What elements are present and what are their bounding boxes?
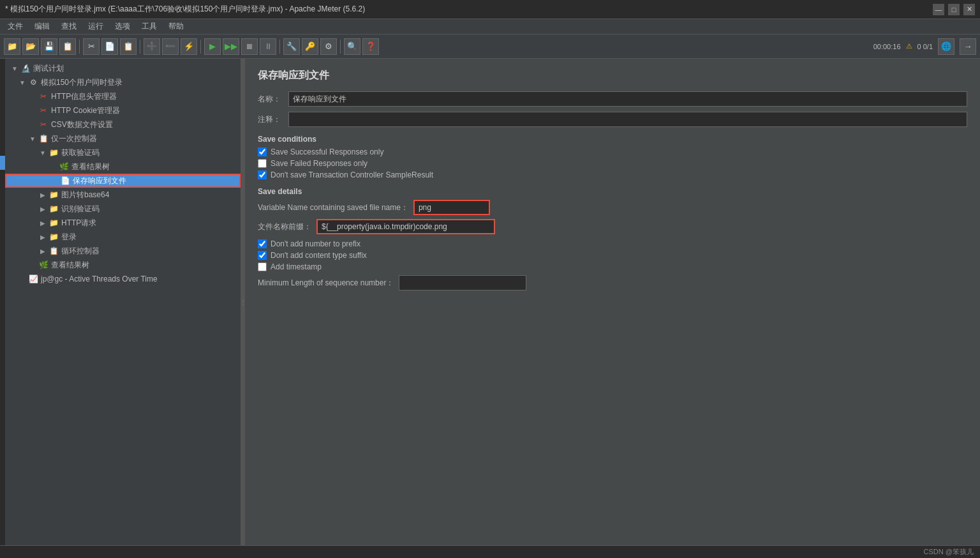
toolbar-add[interactable]: ➕ xyxy=(144,38,160,55)
tree-item-view-result-tree2[interactable]: ▶ 🌿 查看结果树 xyxy=(5,258,241,272)
tree-item-http-header[interactable]: ▶ ✂ HTTP信息头管理器 xyxy=(5,89,241,103)
content-panel: 保存响应到文件 名称： 注释： Save conditions Save Suc… xyxy=(245,59,980,545)
window-title: * 模拟150个用户同时登录.jmx (E:\aaaa工作\706验收\模拟15… xyxy=(5,4,365,15)
label-simulate: 模拟150个用户同时登录 xyxy=(41,77,122,88)
toolbar-new[interactable]: 📁 xyxy=(4,38,20,55)
dont-add-number-checkbox[interactable] xyxy=(258,239,267,248)
main-layout: ▼ 🔬 测试计划 ▼ ⚙ 模拟150个用户同时登录 ▶ ✂ HTTP信息头管理器… xyxy=(0,59,980,545)
icon-jp-gc: 📈 xyxy=(28,274,38,284)
tree-item-http-request[interactable]: ▶ 📁 HTTP请求 xyxy=(5,216,241,230)
close-button[interactable]: ✕ xyxy=(963,4,975,15)
toggle-img-base64[interactable]: ▶ xyxy=(38,190,47,199)
toolbar-save-as[interactable]: 📋 xyxy=(59,38,76,55)
dont-add-content-type-row: Don't add content type suffix xyxy=(258,251,967,260)
toolbar-remote-shutdown[interactable]: ⚙ xyxy=(320,38,337,55)
toolbar-open[interactable]: 📂 xyxy=(22,38,39,55)
menu-find[interactable]: 查找 xyxy=(56,20,82,33)
save-successful-label: Save Successful Responses only xyxy=(271,147,383,156)
window-controls: — □ ✕ xyxy=(933,4,975,15)
label-view-result2: 查看结果树 xyxy=(51,260,89,271)
comment-input[interactable] xyxy=(288,112,967,127)
icon-view-result2: 🌿 xyxy=(38,260,48,270)
tree-item-save-response[interactable]: ▶ 📄 保存响应到文件 xyxy=(5,174,241,188)
tree-item-jp-gc[interactable]: ▶ 📈 jp@gc - Active Threads Over Time xyxy=(5,272,241,286)
toolbar-sep-2 xyxy=(140,40,140,54)
label-jp-gc: jp@gc - Active Threads Over Time xyxy=(41,275,158,283)
toggle-identify-code[interactable]: ▶ xyxy=(38,204,47,213)
toolbar-template[interactable]: 🔍 xyxy=(344,38,360,55)
toolbar-remote-stop[interactable]: 🔑 xyxy=(302,38,318,55)
timer-display: 00:00:16 xyxy=(873,43,901,50)
icon-http-header: ✂ xyxy=(38,91,48,102)
toggle-simulate[interactable]: ▼ xyxy=(18,78,27,87)
name-input[interactable] xyxy=(288,91,967,107)
tree-item-csv-data[interactable]: ▶ ✂ CSV数据文件设置 xyxy=(5,117,241,132)
label-view-result: 查看结果树 xyxy=(71,162,110,172)
label-csv-data: CSV数据文件设置 xyxy=(51,119,113,130)
toggle-test-plan[interactable]: ▼ xyxy=(10,64,19,73)
toolbar-stop[interactable]: ⏹ xyxy=(241,38,258,55)
toggle-login[interactable]: ▶ xyxy=(38,232,47,241)
toggle-http-request[interactable]: ▶ xyxy=(38,218,47,227)
toolbar-start[interactable]: ▶ xyxy=(204,38,221,55)
toolbar-save[interactable]: 💾 xyxy=(41,38,57,55)
remote-icon[interactable]: 🌐 xyxy=(938,38,954,55)
add-timestamp-checkbox[interactable] xyxy=(258,262,267,271)
toolbar-remove[interactable]: ➖ xyxy=(162,38,179,55)
toolbar-cut[interactable]: ✂ xyxy=(83,38,100,55)
variable-name-input[interactable] xyxy=(413,200,490,215)
arrow-icon[interactable]: → xyxy=(960,38,976,55)
icon-test-plan: 🔬 xyxy=(20,63,31,73)
dont-save-transaction-row: Don't save Transaction Controller Sample… xyxy=(258,170,967,179)
tree-item-view-result-tree[interactable]: ▶ 🌿 查看结果树 xyxy=(5,160,241,174)
maximize-button[interactable]: □ xyxy=(948,4,960,15)
icon-view-result: 🌿 xyxy=(59,162,69,172)
tree-item-get-code[interactable]: ▼ 📁 获取验证码 xyxy=(5,146,241,160)
label-http-request: HTTP请求 xyxy=(61,218,96,229)
toolbar-clear[interactable]: ⚡ xyxy=(181,38,197,55)
toggle-once-ctrl[interactable]: ▼ xyxy=(28,134,37,143)
file-prefix-input[interactable] xyxy=(316,219,495,234)
tree-item-loop-ctrl[interactable]: ▶ 📋 循环控制器 xyxy=(5,244,241,258)
toolbar-remote-start[interactable]: 🔧 xyxy=(283,38,300,55)
variable-name-row: Variable Name containing saved file name… xyxy=(258,200,967,215)
menu-tools[interactable]: 工具 xyxy=(137,20,162,33)
dont-add-content-type-checkbox[interactable] xyxy=(258,251,267,260)
add-timestamp-label: Add timestamp xyxy=(271,262,322,271)
panel-title: 保存响应到文件 xyxy=(258,69,967,82)
save-details-section: Save details Variable Name containing sa… xyxy=(258,187,967,290)
add-timestamp-row: Add timestamp xyxy=(258,262,967,271)
menu-edit[interactable]: 编辑 xyxy=(29,20,55,33)
menu-help[interactable]: 帮助 xyxy=(163,20,189,33)
toolbar-start-no-pauses[interactable]: ▶▶ xyxy=(223,38,239,55)
min-length-input[interactable] xyxy=(399,275,526,290)
toggle-loop-ctrl[interactable]: ▶ xyxy=(38,246,47,255)
tree-item-img-base64[interactable]: ▶ 📁 图片转base64 xyxy=(5,188,241,202)
label-img-base64: 图片转base64 xyxy=(61,190,109,200)
menu-file[interactable]: 文件 xyxy=(3,20,28,33)
toolbar-sep-4 xyxy=(279,40,280,54)
toolbar-paste[interactable]: 📋 xyxy=(120,38,137,55)
menu-options[interactable]: 选项 xyxy=(110,20,135,33)
tree-item-once-ctrl[interactable]: ▼ 📋 仅一次控制器 xyxy=(5,132,241,146)
save-successful-checkbox[interactable] xyxy=(258,147,267,156)
toolbar-copy[interactable]: 📄 xyxy=(101,38,118,55)
save-failed-row: Save Failed Responses only xyxy=(258,159,967,168)
save-failed-label: Save Failed Responses only xyxy=(271,159,368,168)
toggle-get-code[interactable]: ▼ xyxy=(38,148,47,157)
tree-item-simulate[interactable]: ▼ ⚙ 模拟150个用户同时登录 xyxy=(5,75,241,89)
dont-add-number-row: Don't add number to prefix xyxy=(258,239,967,248)
tree-item-test-plan[interactable]: ▼ 🔬 测试计划 xyxy=(5,61,241,75)
dont-save-transaction-checkbox[interactable] xyxy=(258,170,267,179)
toolbar-help[interactable]: ❓ xyxy=(362,38,379,55)
comment-row: 注释： xyxy=(258,112,967,127)
minimize-button[interactable]: — xyxy=(933,4,944,15)
tree-item-http-cookie[interactable]: ▶ ✂ HTTP Cookie管理器 xyxy=(5,103,241,117)
name-row: 名称： xyxy=(258,91,967,107)
save-failed-checkbox[interactable] xyxy=(258,159,267,168)
toolbar-shutdown[interactable]: ⏸ xyxy=(260,38,276,55)
tree-item-identify-code[interactable]: ▶ 📁 识别验证码 xyxy=(5,202,241,216)
tree-item-login[interactable]: ▶ 📁 登录 xyxy=(5,230,241,244)
thread-count: 0 0/1 xyxy=(917,43,933,50)
menu-run[interactable]: 运行 xyxy=(83,20,108,33)
